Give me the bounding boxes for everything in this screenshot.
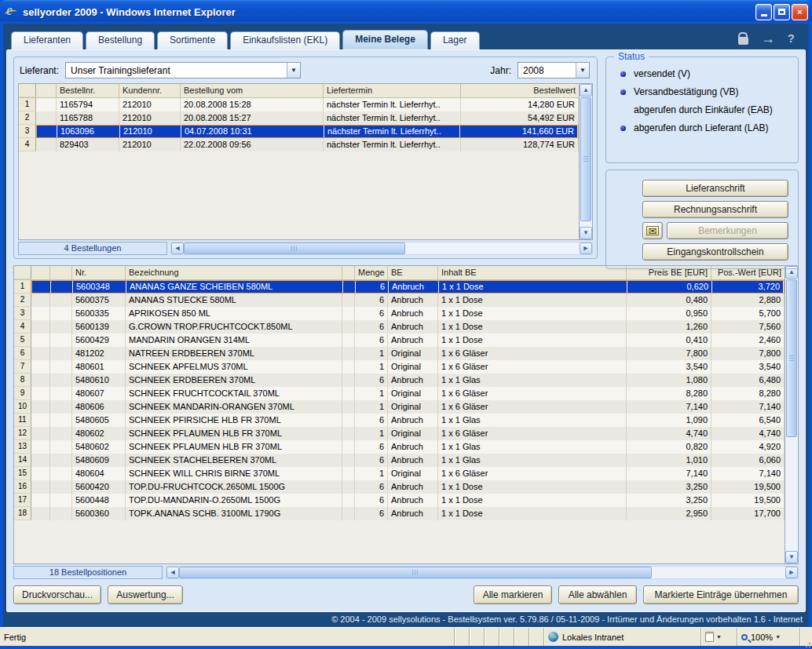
- position-row[interactable]: 6481202NATREEN ERDBEEREN 370ML1Original1…: [14, 347, 785, 360]
- scroll-down-icon[interactable]: ▼: [785, 551, 798, 563]
- cell: 6: [355, 320, 388, 334]
- position-row[interactable]: 85480610SCHNEEK ERDBEEREN 370ML6Anbruch1…: [14, 374, 785, 387]
- chevron-down-icon[interactable]: ▼: [576, 63, 589, 78]
- position-row[interactable]: 35600335APRIKOSEN 850 ML6Anbruch1 x 1 Do…: [14, 307, 785, 320]
- resize-grip[interactable]: [799, 628, 812, 646]
- position-row[interactable]: 185600360TOPK.ANANAS SCHB. 3100ML 1790G6…: [14, 507, 785, 520]
- order-row[interactable]: 482940321201022.02.2008 09:56nächster Te…: [19, 138, 579, 151]
- druckvorschau-button[interactable]: Druckvorschau...: [13, 585, 101, 604]
- position-row[interactable]: 15480604SCHNEEK WILL CHRIS BIRNE 370ML1O…: [14, 467, 785, 480]
- row-select-cell: [31, 374, 50, 387]
- rechnungsanschrift-button[interactable]: Rechnungsanschrift: [642, 201, 788, 218]
- position-row[interactable]: 12480602SCHNEEK PFLAUMEN HLB FR 370ML1Or…: [14, 427, 785, 440]
- close-button[interactable]: ×: [792, 4, 808, 20]
- cell: nächster Termin lt. Lieferrhyt..: [324, 138, 461, 151]
- position-row[interactable]: 115480605SCHNEEK PFIRSICHE HLB FR 370ML6…: [14, 414, 785, 427]
- protected-mode-control[interactable]: ▼: [700, 628, 737, 646]
- eingangskontrollschein-button[interactable]: Eingangskontrollschein: [642, 243, 788, 261]
- orders-table-header: Bestellnr. Kundennr. Bestellung vom Lief…: [19, 84, 579, 98]
- position-row[interactable]: 45600139G.CROWN TROP.FRUCHTCOCKT.850ML6A…: [14, 320, 785, 334]
- scroll-up-icon[interactable]: ▲: [580, 84, 592, 97]
- scrollbar-thumb[interactable]: [184, 242, 405, 254]
- bemerkungen-button[interactable]: Bemerkungen: [667, 222, 788, 239]
- scrollbar-thumb[interactable]: [179, 567, 652, 578]
- maximize-button[interactable]: [774, 4, 790, 20]
- email-button[interactable]: ✉: [642, 222, 663, 239]
- cell: 1 x 6 Gläser: [438, 360, 627, 374]
- lieferant-select[interactable]: Unser Trainingslieferant ▼: [65, 62, 301, 78]
- forward-arrow-icon[interactable]: →: [761, 33, 775, 44]
- cell: Anbruch: [388, 494, 438, 507]
- minimize-button[interactable]: [755, 4, 772, 20]
- orders-vertical-scrollbar[interactable]: ▲ ▼: [579, 84, 592, 239]
- cell: [342, 374, 355, 387]
- position-row[interactable]: 55600429MANDARIN ORANGEN 314ML6Anbruch1 …: [14, 334, 785, 347]
- position-row[interactable]: 135480602SCHNEEK PFLAUMEN HLB FR 370ML6A…: [14, 440, 785, 454]
- cell: 1 x 1 Glas: [438, 440, 627, 454]
- chevron-down-icon[interactable]: ▼: [287, 63, 300, 78]
- cell: 22.02.2008 09:56: [181, 138, 324, 151]
- tab-einkaufslisten-ekl-[interactable]: Einkaufslisten (EKL): [230, 31, 340, 49]
- alle-markieren-button[interactable]: Alle markieren: [474, 585, 552, 604]
- cell: 6: [355, 454, 388, 467]
- order-row[interactable]: 1116579421201020.08.2008 15:28nächster T…: [19, 98, 579, 111]
- row-number: 15: [14, 467, 31, 480]
- alle-abwaehlen-button[interactable]: Alle abwählen: [558, 585, 637, 604]
- scroll-right-icon[interactable]: ►: [580, 242, 592, 254]
- scroll-left-icon[interactable]: ◄: [166, 567, 179, 578]
- tab-meine-belege[interactable]: Meine Belege: [342, 30, 428, 49]
- cell: SCHNEEK ERDBEEREN 370ML: [126, 374, 342, 387]
- position-row[interactable]: 165600420TOP.DU-FRUCHTCOCK.2650ML 1500G6…: [14, 480, 785, 494]
- row-number: 6: [14, 347, 31, 360]
- positions-vertical-scrollbar[interactable]: ▲ ▼: [785, 266, 798, 563]
- position-row-cells: 5600335APRIKOSEN 850 ML6Anbruch1 x 1 Dos…: [31, 307, 785, 320]
- cell: [342, 467, 355, 480]
- uebernehmen-button[interactable]: Markierte Einträge übernehmen: [643, 585, 799, 604]
- scrollbar-thumb[interactable]: [580, 97, 591, 221]
- position-row[interactable]: 7480601SCHNEEK APFELMUS 370ML1Original1 …: [14, 360, 785, 374]
- positions-horizontal-scrollbar[interactable]: ◄ ►: [166, 566, 799, 579]
- cell: 6: [355, 334, 388, 347]
- tab-sortimente[interactable]: Sortimente: [157, 31, 228, 49]
- scrollbar-thumb[interactable]: [786, 279, 797, 437]
- scroll-down-icon[interactable]: ▼: [580, 227, 592, 239]
- position-row[interactable]: 15600348ANANAS GANZE SCHEIBEN 580ML6Anbr…: [14, 280, 785, 294]
- status-item: abgerufen durch Einkäufer (EAB): [616, 104, 792, 115]
- row-select-cell: [50, 440, 72, 454]
- position-row[interactable]: 145480609SCHNEEK STACHELBEEREN 370ML6Anb…: [14, 454, 785, 467]
- cell: Anbruch: [388, 294, 438, 307]
- magnifier-icon: [741, 634, 748, 640]
- scroll-left-icon[interactable]: ◄: [171, 242, 184, 254]
- cell: 1063096: [57, 126, 120, 137]
- order-row[interactable]: 2116578821201020.08.2008 15:27nächster T…: [19, 111, 579, 125]
- position-row[interactable]: 10480606SCHNEEK MANDARIN-ORANGEN 370ML1O…: [14, 400, 785, 414]
- zoom-control[interactable]: 100% ▼: [737, 628, 799, 646]
- cell: 6,540: [711, 414, 785, 427]
- cell: [342, 480, 355, 494]
- position-row[interactable]: 25600375ANANAS STUECKE 580ML6Anbruch1 x …: [14, 294, 785, 307]
- cell: 1 x 6 Gläser: [438, 387, 627, 400]
- orders-horizontal-scrollbar[interactable]: ◄ ►: [170, 242, 593, 255]
- cell: 4,920: [711, 440, 785, 454]
- tab-lieferanten[interactable]: Lieferanten: [11, 31, 83, 49]
- row-select-cell: [31, 307, 50, 320]
- cell: 0,820: [627, 440, 711, 454]
- cell: 1 x 1 Glas: [438, 454, 627, 467]
- cell: SCHNEEK STACHELBEEREN 370ML: [126, 454, 342, 467]
- position-row[interactable]: 175600448TOP.DU-MANDARIN-O.2650ML 1500G6…: [14, 494, 785, 507]
- cell: 6: [355, 294, 388, 307]
- cell: Original: [388, 400, 438, 414]
- tab-lager[interactable]: Lager: [430, 31, 480, 49]
- cell: Anbruch: [388, 440, 438, 454]
- help-icon[interactable]: ?: [788, 31, 795, 45]
- order-row[interactable]: 3106309621201004.07.2008 10:31nächster T…: [19, 125, 579, 138]
- lieferanschrift-button[interactable]: Lieferanschrift: [642, 180, 788, 197]
- jahr-select[interactable]: 2008 ▼: [518, 62, 590, 78]
- scroll-right-icon[interactable]: ►: [785, 567, 798, 578]
- position-row-cells: 5480609SCHNEEK STACHELBEEREN 370ML6Anbru…: [31, 454, 785, 467]
- titlebar[interactable]: e sellyorder 2009 - Windows Internet Exp…: [0, 0, 812, 24]
- cell: [342, 334, 355, 347]
- tab-bestellung[interactable]: Bestellung: [86, 31, 155, 49]
- auswertung-button[interactable]: Auswertung...: [108, 585, 183, 604]
- position-row[interactable]: 9480607SCHNEEK FRUCHTCOCKTAIL 370ML1Orig…: [14, 387, 785, 400]
